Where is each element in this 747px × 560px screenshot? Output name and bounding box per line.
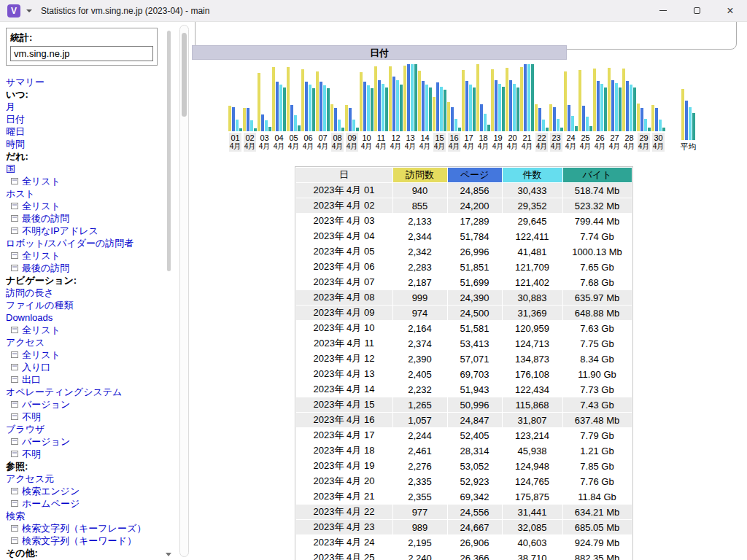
visits-bar [345,105,348,131]
visits-cell: 2,344 [393,229,447,244]
sidebar-link[interactable]: 全リスト [6,249,163,262]
visits-bar [389,66,392,131]
sidebar-link[interactable]: Downloads [6,311,163,324]
bytes-cell: 882.35 Mb [563,551,632,560]
hits-bar [367,85,370,131]
chart-day-column: 224月 [535,64,549,152]
hits-cell: 124,948 [503,459,562,473]
sidebar-link[interactable]: バージョン [6,435,163,448]
sidebar-link[interactable]: アクセス元 [6,472,163,485]
close-button[interactable]: × [713,0,747,21]
pages-cell: 51,943 [448,382,502,397]
pages-bar [407,64,410,131]
sidebar-link[interactable]: 検索 [6,510,163,522]
sidebar-link[interactable]: バージョン [6,398,163,411]
table-row: 2023年 4月 032,13317,28929,645799.44 Mb [296,214,632,228]
app-menu-chevron-icon[interactable] [26,9,32,12]
hits-bar [527,64,530,131]
sidebar-link[interactable]: 最後の訪問 [6,262,163,274]
table-row: 2023年 4月 182,46128,31445,9381.21 Gb [296,443,632,458]
pages-bar [524,64,527,131]
hits-cell: 30,883 [503,290,562,305]
date-cell: 2023年 4月 08 [296,290,392,305]
sidebar-scrollbar-thumb[interactable] [167,31,171,271]
sidebar-link[interactable]: 検索エンジン [6,485,163,497]
visits-cell: 2,164 [393,321,447,335]
visits-bar [564,71,567,131]
sidebar-link[interactable]: サマリー [6,76,163,88]
sidebar-link[interactable]: ホームページ [6,497,163,510]
chart-day-label: 284月 [623,133,636,152]
sidebar-link[interactable]: 全リスト [6,324,163,336]
visits-bar [403,66,406,131]
app-icon[interactable]: V [7,4,20,18]
table-row: 2023年 4月 142,23251,943122,4347.73 Gb [296,382,632,397]
chart-day-column: 104月 [360,64,374,152]
hits-cell: 115,868 [503,397,562,412]
window-controls: × [646,0,747,21]
hits-cell: 31,441 [503,505,562,519]
sidebar-link[interactable]: ファイルの種類 [6,299,163,311]
sidebar-link[interactable]: 不明 [6,411,163,423]
pages-cell: 51,851 [448,260,502,274]
chart-day-column: 064月 [302,64,315,152]
hits-bar [352,120,355,131]
sidebar-link[interactable]: 日付 [6,113,163,125]
sidebar-link[interactable]: 全リスト [6,200,163,212]
bytes-cell: 924.79 Mb [563,535,632,550]
date-cell: 2023年 4月 02 [296,198,392,213]
sidebar-link[interactable]: 訪問の長さ [6,287,163,299]
chart-day-column: 144月 [419,64,432,152]
sidebar-link[interactable]: 国 [6,163,163,175]
bytes-bar [312,88,315,131]
bytes-cell: 634.21 Mb [563,505,632,519]
sidebar-link[interactable]: 検索文字列（キーワード） [6,534,163,547]
hits-bar [309,85,311,131]
pages-bar [247,108,249,131]
chart-day-label: 平均 [680,141,697,152]
sidebar-link[interactable]: ロボット/スパイダーの訪問者 [6,237,163,249]
bytes-cell: 11.90 Gb [563,367,632,381]
sidebar-scroll-down-icon[interactable] [166,553,171,556]
hits-cell: 31,807 [503,413,562,427]
pages-cell: 69,342 [448,489,502,504]
sidebar-link[interactable]: オペレーティングシステム [6,386,163,398]
sidebar-link[interactable]: 月 [6,101,163,113]
sidebar-link[interactable]: 不明なIPアドレス [6,225,163,237]
bytes-bar [487,125,490,131]
sidebar-link[interactable]: 時間 [6,138,163,150]
visits-bar [418,71,421,131]
sidebar-link[interactable]: アクセス [6,336,163,349]
bytes-cell: 7.79 Gb [563,428,632,443]
site-name-field[interactable]: vm.sing.ne.jp [10,46,153,61]
hits-cell: 134,873 [503,351,562,366]
visits-bar [243,108,246,131]
chart-day-label: 154月 [433,133,446,152]
pages-bar [553,107,556,131]
chart-day-column: 124月 [390,64,403,152]
pages-cell: 17,289 [448,214,502,228]
pages-bar [655,108,658,131]
bytes-cell: 7.75 Gb [563,336,632,351]
sidebar-link[interactable]: 入り口 [6,361,163,373]
sidebar-link[interactable]: ブラウザ [6,423,163,435]
table-row: 2023年 4月 042,34451,784122,4117.74 Gb [296,229,632,244]
submenu-icon [11,215,18,222]
bytes-bar [604,88,607,131]
sidebar-link[interactable]: ホスト [6,187,163,200]
sidebar-link[interactable]: 曜日 [6,125,163,138]
visits-bar [593,69,596,131]
main-scrollbar-thumb[interactable] [182,33,187,117]
sidebar-link[interactable]: 全リスト [6,349,163,361]
sidebar-link[interactable]: 出口 [6,373,163,386]
visits-bar [506,68,508,131]
chart-day-label: 204月 [506,133,519,152]
submenu-icon [11,203,18,209]
minimize-button[interactable] [646,0,680,21]
sidebar-link[interactable]: 検索文字列（キーフレーズ） [6,522,163,534]
main-scrollbar[interactable] [179,25,189,557]
sidebar-link[interactable]: 不明 [6,448,163,460]
sidebar-link[interactable]: 最後の訪問 [6,212,163,225]
sidebar-link[interactable]: 全リスト [6,175,163,187]
maximize-button[interactable] [680,0,713,21]
